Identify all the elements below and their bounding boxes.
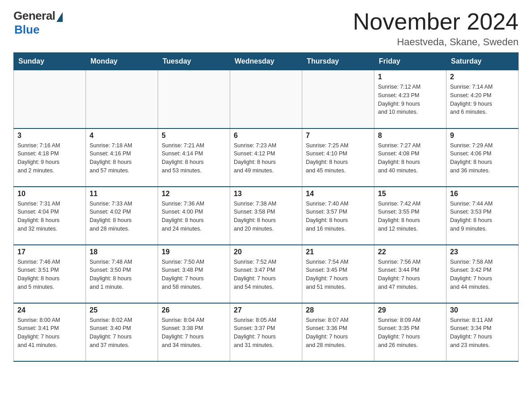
calendar-cell-w4-d1: 25Sunrise: 8:02 AMSunset: 3:40 PMDayligh… (86, 303, 158, 361)
location-subtitle: Haestveda, Skane, Sweden (353, 36, 519, 48)
day-number: 26 (162, 306, 226, 314)
day-number: 27 (234, 306, 298, 314)
calendar-cell-w1-d4: 7Sunrise: 7:25 AMSunset: 4:10 PMDaylight… (302, 128, 374, 187)
calendar-cell-w0-d3 (230, 70, 302, 128)
day-number: 6 (234, 132, 298, 140)
calendar-cell-w1-d3: 6Sunrise: 7:23 AMSunset: 4:12 PMDaylight… (230, 128, 302, 187)
day-info: Sunrise: 8:05 AMSunset: 3:37 PMDaylight:… (234, 316, 298, 350)
day-number: 7 (306, 132, 370, 140)
day-number: 15 (378, 190, 442, 198)
day-info: Sunrise: 7:36 AMSunset: 4:00 PMDaylight:… (162, 200, 226, 233)
day-number: 20 (234, 248, 298, 256)
day-info: Sunrise: 7:44 AMSunset: 3:53 PMDaylight:… (450, 200, 515, 233)
day-info: Sunrise: 7:42 AMSunset: 3:55 PMDaylight:… (378, 200, 442, 233)
day-info: Sunrise: 7:27 AMSunset: 4:08 PMDaylight:… (378, 141, 442, 175)
calendar-cell-w2-d1: 11Sunrise: 7:33 AMSunset: 4:02 PMDayligh… (86, 187, 158, 245)
day-info: Sunrise: 7:52 AMSunset: 3:47 PMDaylight:… (234, 258, 298, 291)
day-info: Sunrise: 7:40 AMSunset: 3:57 PMDaylight:… (306, 200, 370, 233)
calendar-cell-w3-d4: 21Sunrise: 7:54 AMSunset: 3:45 PMDayligh… (302, 245, 374, 303)
day-number: 30 (450, 306, 515, 314)
weekday-header-friday: Friday (374, 53, 446, 70)
weekday-header-row: SundayMondayTuesdayWednesdayThursdayFrid… (14, 53, 519, 70)
logo-triangle-icon (56, 12, 63, 22)
day-number: 1 (378, 73, 442, 81)
calendar-cell-w4-d3: 27Sunrise: 8:05 AMSunset: 3:37 PMDayligh… (230, 303, 302, 361)
day-info: Sunrise: 8:00 AMSunset: 3:41 PMDaylight:… (17, 316, 82, 350)
page-header: General Blue November 2024 Haestveda, Sk… (13, 9, 519, 48)
calendar-cell-w1-d5: 8Sunrise: 7:27 AMSunset: 4:08 PMDaylight… (374, 128, 446, 187)
calendar-cell-w3-d5: 22Sunrise: 7:56 AMSunset: 3:44 PMDayligh… (374, 245, 446, 303)
day-info: Sunrise: 7:12 AMSunset: 4:23 PMDaylight:… (378, 83, 442, 116)
calendar-cell-w0-d2 (158, 70, 230, 128)
calendar-cell-w1-d2: 5Sunrise: 7:21 AMSunset: 4:14 PMDaylight… (158, 128, 230, 187)
day-number: 19 (162, 248, 226, 256)
calendar-cell-w4-d4: 28Sunrise: 8:07 AMSunset: 3:36 PMDayligh… (302, 303, 374, 361)
weekday-header-wednesday: Wednesday (230, 53, 302, 70)
day-number: 24 (17, 306, 82, 314)
calendar-cell-w0-d1 (86, 70, 158, 128)
day-info: Sunrise: 7:31 AMSunset: 4:04 PMDaylight:… (17, 200, 82, 233)
calendar-cell-w1-d6: 9Sunrise: 7:29 AMSunset: 4:06 PMDaylight… (446, 128, 519, 187)
calendar-cell-w3-d0: 17Sunrise: 7:46 AMSunset: 3:51 PMDayligh… (14, 245, 86, 303)
calendar-table: SundayMondayTuesdayWednesdayThursdayFrid… (13, 52, 519, 362)
calendar-cell-w0-d0 (14, 70, 86, 128)
calendar-cell-w2-d6: 16Sunrise: 7:44 AMSunset: 3:53 PMDayligh… (446, 187, 519, 245)
day-info: Sunrise: 7:29 AMSunset: 4:06 PMDaylight:… (450, 141, 515, 175)
day-number: 10 (17, 190, 82, 198)
month-year-title: November 2024 (353, 9, 519, 34)
day-number: 9 (450, 132, 515, 140)
week-row-2: 10Sunrise: 7:31 AMSunset: 4:04 PMDayligh… (14, 187, 519, 245)
day-info: Sunrise: 7:14 AMSunset: 4:20 PMDaylight:… (450, 83, 515, 116)
calendar-cell-w2-d0: 10Sunrise: 7:31 AMSunset: 4:04 PMDayligh… (14, 187, 86, 245)
calendar-cell-w3-d6: 23Sunrise: 7:58 AMSunset: 3:42 PMDayligh… (446, 245, 519, 303)
logo-blue-text: Blue (14, 23, 39, 37)
weekday-header-monday: Monday (86, 53, 158, 70)
calendar-cell-w2-d5: 15Sunrise: 7:42 AMSunset: 3:55 PMDayligh… (374, 187, 446, 245)
day-info: Sunrise: 7:56 AMSunset: 3:44 PMDaylight:… (378, 258, 442, 291)
day-info: Sunrise: 7:21 AMSunset: 4:14 PMDaylight:… (162, 141, 226, 175)
day-info: Sunrise: 7:50 AMSunset: 3:48 PMDaylight:… (162, 258, 226, 291)
logo: General Blue (13, 9, 63, 37)
day-number: 16 (450, 190, 515, 198)
calendar-cell-w4-d5: 29Sunrise: 8:09 AMSunset: 3:35 PMDayligh… (374, 303, 446, 361)
day-info: Sunrise: 7:46 AMSunset: 3:51 PMDaylight:… (17, 258, 82, 291)
day-number: 12 (162, 190, 226, 198)
day-info: Sunrise: 8:04 AMSunset: 3:38 PMDaylight:… (162, 316, 226, 350)
day-number: 5 (162, 132, 226, 140)
day-number: 18 (90, 248, 154, 256)
day-info: Sunrise: 7:33 AMSunset: 4:02 PMDaylight:… (90, 200, 154, 233)
week-row-0: 1Sunrise: 7:12 AMSunset: 4:23 PMDaylight… (14, 70, 519, 128)
day-info: Sunrise: 7:58 AMSunset: 3:42 PMDaylight:… (450, 258, 515, 291)
day-number: 3 (17, 132, 82, 140)
day-info: Sunrise: 8:11 AMSunset: 3:34 PMDaylight:… (450, 316, 515, 350)
calendar-cell-w1-d0: 3Sunrise: 7:16 AMSunset: 4:18 PMDaylight… (14, 128, 86, 187)
day-number: 8 (378, 132, 442, 140)
calendar-cell-w3-d3: 20Sunrise: 7:52 AMSunset: 3:47 PMDayligh… (230, 245, 302, 303)
calendar-cell-w0-d5: 1Sunrise: 7:12 AMSunset: 4:23 PMDaylight… (374, 70, 446, 128)
day-number: 17 (17, 248, 82, 256)
day-number: 25 (90, 306, 154, 314)
day-info: Sunrise: 7:23 AMSunset: 4:12 PMDaylight:… (234, 141, 298, 175)
calendar-cell-w4-d0: 24Sunrise: 8:00 AMSunset: 3:41 PMDayligh… (14, 303, 86, 361)
calendar-cell-w2-d3: 13Sunrise: 7:38 AMSunset: 3:58 PMDayligh… (230, 187, 302, 245)
weekday-header-saturday: Saturday (446, 53, 519, 70)
day-number: 29 (378, 306, 442, 314)
week-row-3: 17Sunrise: 7:46 AMSunset: 3:51 PMDayligh… (14, 245, 519, 303)
calendar-cell-w3-d1: 18Sunrise: 7:48 AMSunset: 3:50 PMDayligh… (86, 245, 158, 303)
day-number: 11 (90, 190, 154, 198)
day-number: 2 (450, 73, 515, 81)
day-info: Sunrise: 8:09 AMSunset: 3:35 PMDaylight:… (378, 316, 442, 350)
day-info: Sunrise: 7:38 AMSunset: 3:58 PMDaylight:… (234, 200, 298, 233)
day-info: Sunrise: 7:54 AMSunset: 3:45 PMDaylight:… (306, 258, 370, 291)
week-row-1: 3Sunrise: 7:16 AMSunset: 4:18 PMDaylight… (14, 128, 519, 187)
calendar-cell-w2-d4: 14Sunrise: 7:40 AMSunset: 3:57 PMDayligh… (302, 187, 374, 245)
calendar-cell-w0-d4 (302, 70, 374, 128)
day-number: 23 (450, 248, 515, 256)
calendar-cell-w1-d1: 4Sunrise: 7:18 AMSunset: 4:16 PMDaylight… (86, 128, 158, 187)
day-number: 13 (234, 190, 298, 198)
day-info: Sunrise: 7:25 AMSunset: 4:10 PMDaylight:… (306, 141, 370, 175)
calendar-cell-w0-d6: 2Sunrise: 7:14 AMSunset: 4:20 PMDaylight… (446, 70, 519, 128)
day-number: 28 (306, 306, 370, 314)
day-info: Sunrise: 8:07 AMSunset: 3:36 PMDaylight:… (306, 316, 370, 350)
day-number: 21 (306, 248, 370, 256)
